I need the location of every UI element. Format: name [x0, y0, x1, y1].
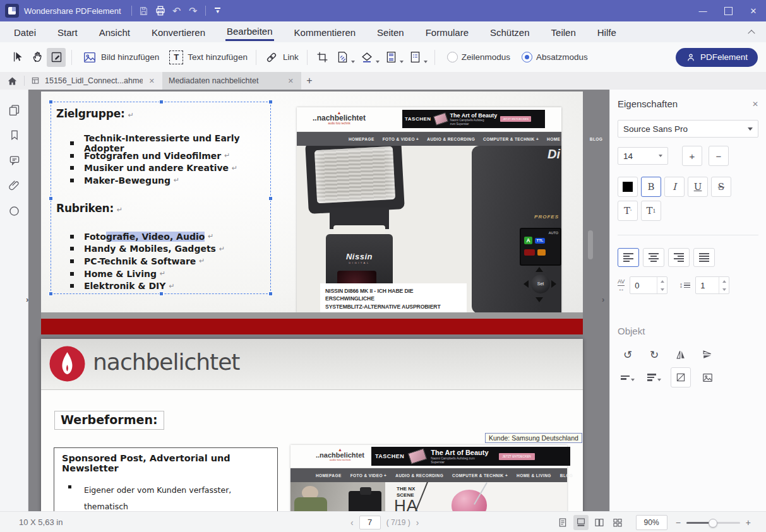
line-spacing-input[interactable]: 1 — [695, 276, 729, 294]
stamp-icon[interactable] — [0, 198, 28, 223]
absatzmodus-label[interactable]: Absatzmodus — [536, 52, 588, 62]
header-footer-dropdown-icon[interactable] — [400, 61, 404, 63]
page-thumbnails-icon[interactable] — [0, 97, 28, 122]
next-page-icon[interactable]: › — [416, 517, 419, 528]
close-properties-icon[interactable]: ✕ — [752, 100, 758, 109]
menu-datei[interactable]: Datei — [13, 24, 37, 40]
menu-konvertieren[interactable]: Konvertieren — [150, 24, 206, 40]
subscript-button[interactable]: T1 — [641, 201, 661, 221]
font-size-select[interactable]: 14 — [618, 147, 668, 165]
menu-formulare[interactable]: Formulare — [424, 24, 470, 40]
undo-icon[interactable]: ↶ — [169, 3, 185, 19]
watermark-dropdown-icon[interactable] — [351, 61, 355, 63]
flip-vertical-button[interactable] — [697, 345, 717, 365]
selection-handle-s[interactable] — [159, 292, 164, 296]
page-number-input[interactable]: 7 — [359, 516, 381, 529]
customize-toolbar-icon[interactable]: ▼ — [210, 3, 226, 19]
absatzmodus-radio[interactable] — [522, 52, 532, 62]
zoom-slider[interactable] — [686, 516, 740, 529]
menu-ansicht[interactable]: Ansicht — [98, 24, 131, 40]
menu-hilfe[interactable]: Hilfe — [596, 24, 618, 40]
menu-start[interactable]: Start — [56, 24, 79, 40]
maximize-button[interactable] — [715, 0, 741, 21]
background-tool-button[interactable] — [360, 50, 381, 64]
print-icon[interactable] — [152, 3, 169, 19]
menu-bearbeiten[interactable]: Bearbeiten — [225, 23, 274, 41]
comments-icon[interactable] — [0, 148, 28, 173]
new-tab-button[interactable]: + — [301, 75, 318, 86]
view-fit-width-button[interactable] — [573, 515, 589, 530]
view-facing-pages-button[interactable] — [592, 515, 607, 530]
bold-button[interactable]: B — [641, 177, 661, 197]
align-center-button[interactable] — [643, 248, 664, 267]
vertical-scrollbar-thumb[interactable] — [588, 230, 593, 259]
flip-horizontal-button[interactable] — [671, 345, 691, 365]
char-spacing-input[interactable]: 0 — [630, 276, 667, 294]
background-dropdown-icon[interactable] — [376, 61, 380, 63]
selection-handle-w[interactable] — [49, 196, 53, 201]
zoom-out-icon[interactable]: − — [676, 517, 681, 528]
select-tool-button[interactable] — [9, 48, 28, 67]
line-spacing-spinner[interactable] — [719, 277, 729, 293]
selection-handle-nw[interactable] — [49, 100, 53, 104]
collapse-right-panel-icon[interactable]: › — [602, 295, 604, 304]
minimize-button[interactable]: — — [690, 0, 715, 21]
save-icon[interactable] — [136, 3, 152, 19]
selection-handle-e[interactable] — [268, 196, 273, 201]
crop-tool-button[interactable] — [313, 48, 332, 67]
align-right-button[interactable] — [668, 248, 690, 267]
crop-object-button[interactable] — [671, 367, 691, 387]
tab-lidl-connect[interactable]: 15156_Lidl_Connect...ahme ✕ — [25, 72, 162, 90]
previous-page-icon[interactable]: ‹ — [350, 517, 354, 528]
edit-object-tool-button[interactable] — [47, 48, 66, 67]
zeilenmodus-label[interactable]: Zeilenmodus — [462, 52, 510, 62]
selection-handle-n[interactable] — [159, 100, 164, 104]
zoom-in-icon[interactable]: + — [746, 517, 751, 528]
bates-numbering-tool-button[interactable] — [409, 50, 429, 64]
align-justify-button[interactable] — [693, 248, 715, 267]
bates-dropdown-icon[interactable] — [424, 61, 428, 63]
account-button[interactable]: PDFelement — [676, 48, 758, 67]
italic-button[interactable]: I — [664, 177, 685, 197]
header-footer-tool-button[interactable] — [385, 50, 405, 64]
selection-handle-ne[interactable] — [268, 100, 273, 104]
attachments-icon[interactable] — [0, 173, 28, 198]
char-spacing-spinner[interactable] — [657, 277, 667, 293]
strikethrough-button[interactable]: S — [711, 177, 731, 197]
distribute-objects-button[interactable] — [644, 367, 664, 387]
menu-schuetzen[interactable]: Schützen — [489, 24, 531, 40]
selection-handle-sw[interactable] — [49, 292, 53, 296]
hand-tool-button[interactable] — [28, 48, 47, 67]
rotate-left-button[interactable]: ↺ — [618, 345, 638, 365]
zoom-slider-handle[interactable] — [709, 519, 717, 528]
bookmarks-icon[interactable] — [0, 122, 28, 148]
increase-font-button[interactable]: + — [682, 146, 702, 166]
redo-icon[interactable]: ↷ — [185, 3, 201, 19]
zoom-level-input[interactable]: 90% — [636, 515, 667, 530]
close-button[interactable]: ✕ — [741, 0, 766, 21]
align-objects-button[interactable] — [618, 367, 638, 387]
zeilenmodus-radio[interactable] — [447, 52, 458, 62]
decrease-font-button[interactable]: − — [709, 146, 729, 166]
tab-close-icon[interactable]: ✕ — [148, 77, 156, 85]
collapse-ribbon-icon[interactable] — [749, 29, 755, 35]
menu-seiten[interactable]: Seiten — [376, 24, 405, 40]
add-image-button[interactable]: Bild hinzufügen — [80, 48, 162, 67]
menu-teilen[interactable]: Teilen — [550, 24, 577, 40]
replace-image-button[interactable] — [697, 367, 717, 387]
rotate-right-button[interactable]: ↻ — [644, 345, 664, 365]
add-text-button[interactable]: T Text hinzufügen — [167, 48, 250, 67]
home-button[interactable] — [0, 76, 24, 86]
view-single-page-button[interactable] — [555, 515, 570, 530]
font-color-button[interactable] — [618, 177, 638, 197]
watermark-tool-button[interactable] — [336, 50, 356, 64]
selected-text-block[interactable]: Zielgruppe:↵ Technik-Interessierte und E… — [51, 102, 271, 294]
align-left-button[interactable] — [618, 248, 639, 267]
font-family-select[interactable]: Source Sans Pro — [618, 120, 758, 138]
tab-close-icon-2[interactable]: ✕ — [287, 77, 295, 85]
view-thumbnails-button[interactable] — [610, 515, 625, 530]
selection-handle-se[interactable] — [268, 292, 273, 296]
link-button[interactable]: Link — [262, 48, 301, 67]
underline-button[interactable]: U — [688, 177, 708, 197]
superscript-button[interactable]: T' — [618, 201, 638, 221]
